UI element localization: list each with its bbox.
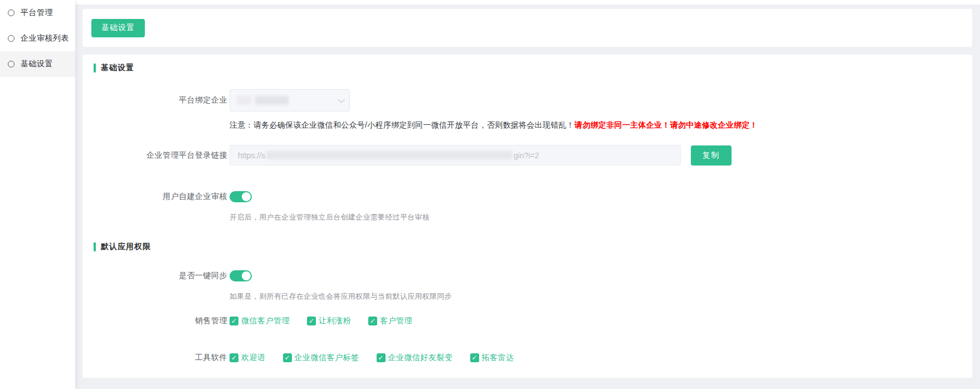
section-title-text: 基础设置 [101,63,134,73]
self-review-label: 用户自建企业审核 [94,192,227,202]
tab-basic-settings[interactable]: 基础设置 [91,19,145,37]
tab-bar: 基础设置 [82,9,972,47]
bind-company-label: 平台绑定企业 [94,95,227,105]
toggle-knob [242,192,251,201]
sales-management-row: 销售管理 ✓ 微信客户管理 ✓ 让利涨粉 ✓ 客户管理 [94,316,961,326]
section-header-basic-settings: 基础设置 [94,64,961,72]
check-icon: ✓ [309,318,314,324]
self-review-row: 用户自建企业审核 [94,191,961,202]
url-prefix-text: https://s [238,151,265,160]
checkbox-label: 欢迎语 [241,353,266,363]
sidebar: 平台管理 企业审核列表 基础设置 [0,0,75,389]
copy-button[interactable]: 复制 [691,145,732,166]
checkbox-profit-fans[interactable]: ✓ 让利涨粉 [307,316,351,326]
checkbox-checked-icon: ✓ [283,353,292,362]
sales-management-label: 销售管理 [94,316,227,326]
radio-circle-icon [8,35,14,42]
tool-software-row: 工具软件 ✓ 欢迎语 ✓ 企业微信客户标签 ✓ 企业微信好友裂变 ✓ 拓客雷达 [94,353,961,363]
checkbox-checked-icon: ✓ [368,317,377,325]
check-icon: ✓ [284,354,290,361]
section-bar-icon [94,242,96,251]
sidebar-item-label: 基础设置 [21,59,53,69]
sidebar-item-platform-management[interactable]: 平台管理 [0,0,75,26]
url-suffix-text: gin?i=2 [514,151,539,160]
checkbox-label: 客户管理 [380,316,412,326]
toggle-knob [242,271,251,280]
checkbox-wecom-friend-fission[interactable]: ✓ 企业微信好友裂变 [377,353,453,363]
check-icon: ✓ [370,318,376,324]
checkbox-label: 企业微信好友裂变 [388,353,453,363]
sidebar-item-label: 平台管理 [21,8,53,18]
checkbox-checked-icon: ✓ [307,317,316,325]
sidebar-item-enterprise-review-list[interactable]: 企业审核列表 [0,26,75,51]
self-review-helper: 开启后，用户在企业管理独立后台创建企业需要经过平台审核 [230,212,961,222]
checkbox-label: 拓客雷达 [482,353,514,363]
check-icon: ✓ [231,318,237,324]
checkbox-checked-icon: ✓ [230,317,238,325]
bind-company-select[interactable] [230,89,350,111]
check-icon: ✓ [231,354,237,361]
checkbox-checked-icon: ✓ [470,353,479,362]
redacted-company-segment [255,96,289,105]
checkbox-label: 微信客户管理 [241,316,290,326]
checkbox-customer-radar[interactable]: ✓ 拓客雷达 [470,353,514,363]
login-link-input[interactable]: https://s gin?i=2 [230,145,681,166]
checkbox-customer-management[interactable]: ✓ 客户管理 [368,316,412,326]
one-key-sync-helper: 如果是，则所有已存在企业也会将应用权限与当前默认应用权限同步 [230,291,961,302]
checkbox-welcome-message[interactable]: ✓ 欢迎语 [230,353,266,363]
check-icon: ✓ [471,354,477,361]
bind-company-row: 平台绑定企业 [94,89,961,111]
radio-circle-icon [8,61,14,67]
checkbox-label: 企业微信客户标签 [295,353,359,363]
check-icon: ✓ [378,354,383,361]
redacted-company-segment [237,96,251,105]
one-key-sync-toggle[interactable] [230,270,252,281]
checkbox-wechat-customer-management[interactable]: ✓ 微信客户管理 [230,316,290,326]
login-link-label: 企业管理平台登录链接 [94,150,227,161]
note-warning-text: 请勿绑定非同一主体企业！请勿中途修改企业绑定！ [574,120,758,129]
chevron-down-icon [338,96,345,103]
section-title-text: 默认应用权限 [101,242,151,252]
sidebar-item-basic-settings[interactable]: 基础设置 [0,51,75,77]
checkbox-checked-icon: ✓ [230,353,238,362]
one-key-sync-row: 是否一键同步 [94,270,961,281]
tool-software-label: 工具软件 [94,353,227,363]
one-key-sync-label: 是否一键同步 [94,271,227,281]
checkbox-checked-icon: ✓ [377,353,386,362]
section-header-default-app-permissions: 默认应用权限 [94,242,961,251]
checkbox-wecom-customer-tags[interactable]: ✓ 企业微信客户标签 [283,353,359,363]
settings-form-card: 基础设置 平台绑定企业 注意：请务必确保该企业微信和公众号/小程序绑定到同一微信… [82,55,972,378]
note-text: 注意：请务必确保该企业微信和公众号/小程序绑定到同一微信开放平台，否则数据将会出… [230,120,574,129]
redacted-url-segment [266,151,513,159]
radio-circle-icon [8,9,14,16]
sidebar-item-label: 企业审核列表 [21,33,69,43]
checkbox-label: 让利涨粉 [319,316,351,326]
self-review-toggle[interactable] [230,191,252,202]
bind-company-note: 注意：请务必确保该企业微信和公众号/小程序绑定到同一微信开放平台，否则数据将会出… [230,120,961,130]
login-link-row: 企业管理平台登录链接 https://s gin?i=2 复制 [94,145,961,166]
main-content: 基础设置 基础设置 平台绑定企业 注意：请务必确保该企业微信和公众号/小程序绑定… [82,0,972,378]
section-bar-icon [94,64,96,72]
